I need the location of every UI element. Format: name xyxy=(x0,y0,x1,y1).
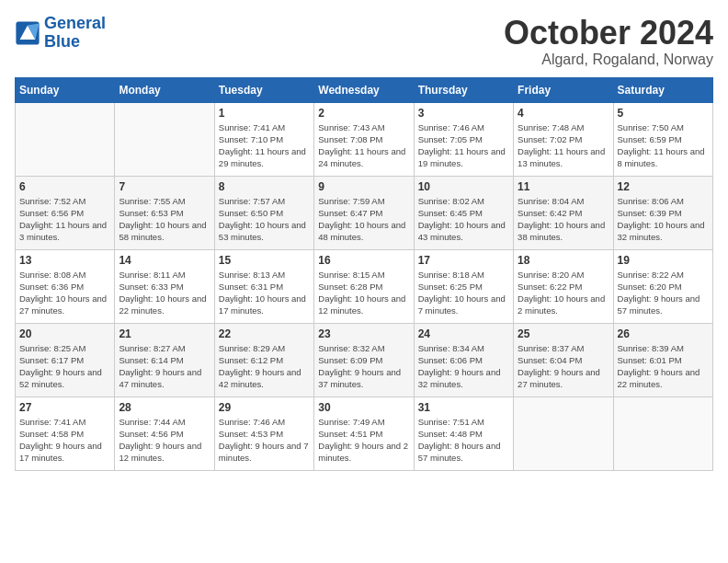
calendar-table: SundayMondayTuesdayWednesdayThursdayFrid… xyxy=(15,77,713,471)
day-number: 7 xyxy=(119,180,210,193)
calendar-cell: 6Sunrise: 7:52 AM Sunset: 6:56 PM Daylig… xyxy=(16,176,115,249)
day-number: 29 xyxy=(219,401,310,414)
weekday-header-monday: Monday xyxy=(115,77,214,102)
day-info: Sunrise: 7:44 AM Sunset: 4:56 PM Dayligh… xyxy=(119,416,210,465)
logo-blue: Blue xyxy=(44,32,80,51)
title-block: October 2024 Algard, Rogaland, Norway xyxy=(504,15,713,68)
day-info: Sunrise: 7:57 AM Sunset: 6:50 PM Dayligh… xyxy=(219,195,310,244)
weekday-header-friday: Friday xyxy=(514,77,613,102)
location-title: Algard, Rogaland, Norway xyxy=(504,52,713,68)
day-info: Sunrise: 7:59 AM Sunset: 6:47 PM Dayligh… xyxy=(318,195,409,244)
day-number: 14 xyxy=(119,254,210,267)
calendar-cell: 7Sunrise: 7:55 AM Sunset: 6:53 PM Daylig… xyxy=(115,176,214,249)
day-info: Sunrise: 8:25 AM Sunset: 6:17 PM Dayligh… xyxy=(19,342,110,391)
day-info: Sunrise: 7:46 AM Sunset: 4:53 PM Dayligh… xyxy=(219,416,310,465)
calendar-cell xyxy=(514,396,613,470)
day-info: Sunrise: 8:20 AM Sunset: 6:22 PM Dayligh… xyxy=(518,269,609,317)
calendar-cell: 2Sunrise: 7:43 AM Sunset: 7:08 PM Daylig… xyxy=(314,102,414,176)
day-number: 3 xyxy=(418,107,509,120)
calendar-cell: 12Sunrise: 8:06 AM Sunset: 6:39 PM Dayli… xyxy=(613,176,712,249)
calendar-cell: 27Sunrise: 7:41 AM Sunset: 4:58 PM Dayli… xyxy=(16,396,115,470)
day-number: 25 xyxy=(518,327,609,340)
day-info: Sunrise: 8:37 AM Sunset: 6:04 PM Dayligh… xyxy=(518,342,609,391)
page-header: General Blue October 2024 Algard, Rogala… xyxy=(15,15,713,68)
calendar-cell: 26Sunrise: 8:39 AM Sunset: 6:01 PM Dayli… xyxy=(613,323,712,396)
day-info: Sunrise: 7:55 AM Sunset: 6:53 PM Dayligh… xyxy=(119,195,210,244)
calendar-cell: 15Sunrise: 8:13 AM Sunset: 6:31 PM Dayli… xyxy=(214,249,313,323)
weekday-header-sunday: Sunday xyxy=(16,77,115,102)
day-info: Sunrise: 7:43 AM Sunset: 7:08 PM Dayligh… xyxy=(318,121,409,170)
day-info: Sunrise: 7:46 AM Sunset: 7:05 PM Dayligh… xyxy=(418,121,509,170)
day-info: Sunrise: 7:41 AM Sunset: 4:58 PM Dayligh… xyxy=(19,416,110,465)
day-info: Sunrise: 8:39 AM Sunset: 6:01 PM Dayligh… xyxy=(618,342,709,391)
calendar-week-row: 27Sunrise: 7:41 AM Sunset: 4:58 PM Dayli… xyxy=(16,396,713,470)
day-number: 4 xyxy=(518,107,609,120)
day-number: 30 xyxy=(318,401,409,414)
calendar-cell: 10Sunrise: 8:02 AM Sunset: 6:45 PM Dayli… xyxy=(414,176,513,249)
calendar-cell: 9Sunrise: 7:59 AM Sunset: 6:47 PM Daylig… xyxy=(314,176,414,249)
day-info: Sunrise: 7:51 AM Sunset: 4:48 PM Dayligh… xyxy=(418,416,509,465)
day-number: 11 xyxy=(518,180,609,193)
day-number: 17 xyxy=(418,254,509,267)
day-number: 1 xyxy=(219,107,310,120)
calendar-cell: 31Sunrise: 7:51 AM Sunset: 4:48 PM Dayli… xyxy=(414,396,513,470)
day-number: 9 xyxy=(318,180,409,193)
day-info: Sunrise: 8:15 AM Sunset: 6:28 PM Dayligh… xyxy=(318,269,409,317)
day-number: 27 xyxy=(19,401,110,414)
calendar-week-row: 20Sunrise: 8:25 AM Sunset: 6:17 PM Dayli… xyxy=(16,323,713,396)
calendar-cell: 20Sunrise: 8:25 AM Sunset: 6:17 PM Dayli… xyxy=(16,323,115,396)
day-info: Sunrise: 8:34 AM Sunset: 6:06 PM Dayligh… xyxy=(418,342,509,391)
day-info: Sunrise: 7:52 AM Sunset: 6:56 PM Dayligh… xyxy=(19,195,110,244)
day-number: 12 xyxy=(618,180,709,193)
day-number: 22 xyxy=(219,327,310,340)
calendar-cell: 23Sunrise: 8:32 AM Sunset: 6:09 PM Dayli… xyxy=(314,323,414,396)
weekday-header-wednesday: Wednesday xyxy=(314,77,414,102)
calendar-week-row: 6Sunrise: 7:52 AM Sunset: 6:56 PM Daylig… xyxy=(16,176,713,249)
day-number: 10 xyxy=(418,180,509,193)
day-number: 24 xyxy=(418,327,509,340)
calendar-cell: 17Sunrise: 8:18 AM Sunset: 6:25 PM Dayli… xyxy=(414,249,513,323)
weekday-header-saturday: Saturday xyxy=(613,77,712,102)
calendar-cell: 19Sunrise: 8:22 AM Sunset: 6:20 PM Dayli… xyxy=(613,249,712,323)
calendar-cell: 1Sunrise: 7:41 AM Sunset: 7:10 PM Daylig… xyxy=(214,102,313,176)
day-number: 2 xyxy=(318,107,409,120)
calendar-cell: 14Sunrise: 8:11 AM Sunset: 6:33 PM Dayli… xyxy=(115,249,214,323)
day-number: 23 xyxy=(318,327,409,340)
day-number: 31 xyxy=(418,401,509,414)
calendar-cell: 30Sunrise: 7:49 AM Sunset: 4:51 PM Dayli… xyxy=(314,396,414,470)
calendar-cell: 28Sunrise: 7:44 AM Sunset: 4:56 PM Dayli… xyxy=(115,396,214,470)
day-number: 8 xyxy=(219,180,310,193)
day-info: Sunrise: 8:08 AM Sunset: 6:36 PM Dayligh… xyxy=(19,269,110,317)
calendar-cell xyxy=(115,102,214,176)
day-number: 20 xyxy=(19,327,110,340)
weekday-header-tuesday: Tuesday xyxy=(214,77,313,102)
day-info: Sunrise: 7:41 AM Sunset: 7:10 PM Dayligh… xyxy=(219,121,310,170)
day-number: 16 xyxy=(318,254,409,267)
day-number: 19 xyxy=(618,254,709,267)
calendar-cell: 16Sunrise: 8:15 AM Sunset: 6:28 PM Dayli… xyxy=(314,249,414,323)
calendar-cell: 25Sunrise: 8:37 AM Sunset: 6:04 PM Dayli… xyxy=(514,323,613,396)
day-info: Sunrise: 8:06 AM Sunset: 6:39 PM Dayligh… xyxy=(618,195,709,244)
day-info: Sunrise: 8:27 AM Sunset: 6:14 PM Dayligh… xyxy=(119,342,210,391)
day-number: 13 xyxy=(19,254,110,267)
day-info: Sunrise: 8:04 AM Sunset: 6:42 PM Dayligh… xyxy=(518,195,609,244)
logo-icon xyxy=(15,20,40,46)
day-info: Sunrise: 7:50 AM Sunset: 6:59 PM Dayligh… xyxy=(618,121,709,170)
day-number: 21 xyxy=(119,327,210,340)
calendar-cell: 22Sunrise: 8:29 AM Sunset: 6:12 PM Dayli… xyxy=(214,323,313,396)
day-number: 5 xyxy=(618,107,709,120)
day-number: 28 xyxy=(119,401,210,414)
day-info: Sunrise: 8:22 AM Sunset: 6:20 PM Dayligh… xyxy=(618,269,709,317)
calendar-cell: 24Sunrise: 8:34 AM Sunset: 6:06 PM Dayli… xyxy=(414,323,513,396)
day-info: Sunrise: 7:48 AM Sunset: 7:02 PM Dayligh… xyxy=(518,121,609,170)
day-number: 18 xyxy=(518,254,609,267)
calendar-cell: 29Sunrise: 7:46 AM Sunset: 4:53 PM Dayli… xyxy=(214,396,313,470)
weekday-header-thursday: Thursday xyxy=(414,77,513,102)
day-info: Sunrise: 7:49 AM Sunset: 4:51 PM Dayligh… xyxy=(318,416,409,465)
month-title: October 2024 xyxy=(504,15,713,52)
day-number: 26 xyxy=(618,327,709,340)
day-number: 6 xyxy=(19,180,110,193)
calendar-cell xyxy=(613,396,712,470)
day-info: Sunrise: 8:13 AM Sunset: 6:31 PM Dayligh… xyxy=(219,269,310,317)
calendar-cell: 4Sunrise: 7:48 AM Sunset: 7:02 PM Daylig… xyxy=(514,102,613,176)
